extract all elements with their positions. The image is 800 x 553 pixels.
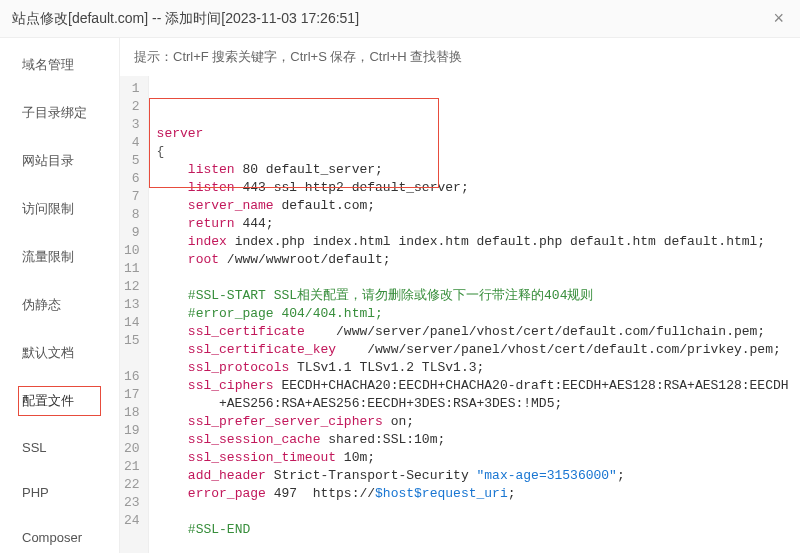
modal-body: 域名管理子目录绑定网站目录访问限制流量限制伪静态默认文档配置文件SSLPHPCo… [0,38,800,553]
close-icon[interactable]: × [769,8,788,29]
line-number: 16 [124,368,140,386]
sidebar-item-traffic[interactable]: 流量限制 [18,242,101,272]
code-line[interactable]: ssl_session_cache shared:SSL:10m; [157,431,800,449]
token-dir: ssl_prefer_server_ciphers [188,414,383,429]
code-line[interactable]: listen 443 ssl http2 default_server; [157,179,800,197]
modal-window: 站点修改[default.com] -- 添加时间[2023-11-03 17:… [0,0,800,553]
token-txt: 497 https:// [266,486,375,501]
token-dir: add_header [188,468,266,483]
code-line[interactable]: server [157,125,800,143]
line-number: 24 [124,512,140,530]
token-var: $host$request_uri [375,486,508,501]
token-txt [157,450,188,465]
sidebar-item-composer[interactable]: Composer [18,524,101,551]
code-line[interactable]: #SSL-END [157,521,800,539]
code-line[interactable]: ssl_prefer_server_ciphers on; [157,413,800,431]
token-dir: return [188,216,235,231]
code-line[interactable]: return 444; [157,215,800,233]
code-line[interactable]: ssl_ciphers EECDH+CHACHA20:EECDH+CHACHA2… [157,377,800,395]
sidebar-item-php[interactable]: PHP [18,479,101,506]
token-txt: TLSv1.1 TLSv1.2 TLSv1.3; [289,360,484,375]
code-line[interactable] [157,539,800,553]
token-dir: listen [188,162,235,177]
line-number: 15 [124,332,140,350]
token-txt [157,306,188,321]
line-number: 20 [124,440,140,458]
token-dir: index [188,234,227,249]
token-txt [157,522,188,537]
line-number: 19 [124,422,140,440]
sidebar-item-access[interactable]: 访问限制 [18,194,101,224]
token-txt: +AES256:RSA+AES256:EECDH+3DES:RSA+3DES:!… [157,396,563,411]
token-txt [157,342,188,357]
line-number: 18 [124,404,140,422]
token-txt [157,414,188,429]
token-txt: 444; [235,216,274,231]
token-cmt: #SSL-END [188,522,250,537]
line-number: 8 [124,206,140,224]
line-number: 3 [124,116,140,134]
code-area[interactable]: server{ listen 80 default_server; listen… [149,76,800,553]
sidebar-item-domain[interactable]: 域名管理 [18,50,101,80]
token-dir: error_page [188,486,266,501]
code-line[interactable]: root /www/wwwroot/default; [157,251,800,269]
token-txt: shared:SSL:10m; [320,432,445,447]
token-txt [157,162,188,177]
token-kw: server [157,126,204,141]
sidebar-item-ssl[interactable]: SSL [18,434,101,461]
line-number: 17 [124,386,140,404]
token-dir: ssl_session_cache [188,432,321,447]
code-line[interactable] [157,269,800,287]
token-txt: 80 default_server; [235,162,383,177]
code-editor[interactable]: 123456789101112131415161718192021222324 … [120,76,800,553]
line-number: 5 [124,152,140,170]
token-txt: 443 ssl http2 default_server; [235,180,469,195]
token-dir: server_name [188,198,274,213]
main-pane: 提示：Ctrl+F 搜索关键字，Ctrl+S 保存，Ctrl+H 查找替换 12… [120,38,800,553]
sidebar-item-default-doc[interactable]: 默认文档 [18,338,101,368]
token-dir: ssl_session_timeout [188,450,336,465]
token-txt [157,180,188,195]
code-line[interactable]: error_page 497 https://$host$request_uri… [157,485,800,503]
code-line[interactable] [157,503,800,521]
code-line[interactable]: add_header Strict-Transport-Security "ma… [157,467,800,485]
code-line[interactable]: #error_page 404/404.html; [157,305,800,323]
code-line[interactable]: +AES256:RSA+AES256:EECDH+3DES:RSA+3DES:!… [157,395,800,413]
line-number: 7 [124,188,140,206]
line-number: 22 [124,476,140,494]
line-number [124,350,140,368]
token-dir: ssl_protocols [188,360,289,375]
token-txt [157,252,188,267]
token-txt [157,234,188,249]
line-number: 2 [124,98,140,116]
token-dir: ssl_certificate [188,324,305,339]
line-gutter: 123456789101112131415161718192021222324 [120,76,149,553]
code-line[interactable]: #SSL-START SSL相关配置，请勿删除或修改下一行带注释的404规则 [157,287,800,305]
token-txt: /www/server/panel/vhost/cert/default.com… [336,342,781,357]
sidebar-item-webdir[interactable]: 网站目录 [18,146,101,176]
token-txt [157,360,188,375]
line-number: 12 [124,278,140,296]
token-cmt: #SSL-START SSL相关配置，请勿删除或修改下一行带注释的404规则 [188,288,594,303]
token-cmt: #error_page 404/404.html; [188,306,383,321]
line-number: 14 [124,314,140,332]
code-line[interactable]: ssl_certificate_key /www/server/panel/vh… [157,341,800,359]
token-dir: ssl_certificate_key [188,342,336,357]
code-line[interactable]: server_name default.com; [157,197,800,215]
token-dir: ssl_ciphers [188,378,274,393]
line-number: 10 [124,242,140,260]
sidebar-item-subdir[interactable]: 子目录绑定 [18,98,101,128]
code-line[interactable]: { [157,143,800,161]
code-line[interactable]: listen 80 default_server; [157,161,800,179]
sidebar-item-rewrite[interactable]: 伪静态 [18,290,101,320]
code-line[interactable]: ssl_protocols TLSv1.1 TLSv1.2 TLSv1.3; [157,359,800,377]
code-line[interactable]: ssl_session_timeout 10m; [157,449,800,467]
title-bar: 站点修改[default.com] -- 添加时间[2023-11-03 17:… [0,0,800,38]
window-title: 站点修改[default.com] -- 添加时间[2023-11-03 17:… [12,10,359,28]
token-txt [157,486,188,501]
code-line[interactable]: index index.php index.html index.htm def… [157,233,800,251]
token-txt [157,324,188,339]
sidebar-item-config[interactable]: 配置文件 [18,386,101,416]
token-txt [157,468,188,483]
code-line[interactable]: ssl_certificate /www/server/panel/vhost/… [157,323,800,341]
